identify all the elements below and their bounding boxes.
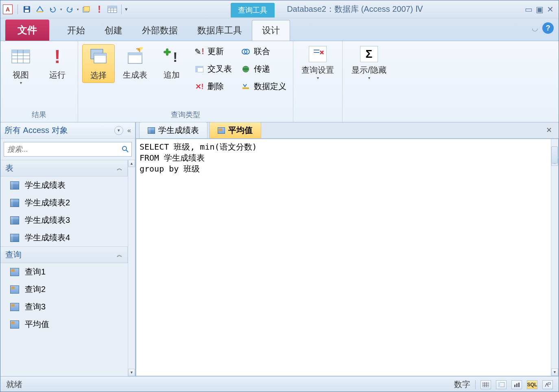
run-icon[interactable]: ! (94, 4, 105, 15)
nav-item-query[interactable]: 查询3 (0, 298, 128, 316)
undo-button[interactable] (47, 4, 59, 15)
search-icon[interactable] (119, 146, 131, 153)
view-label: 视图 (13, 70, 29, 81)
view-chart-button[interactable] (511, 380, 522, 389)
svg-text:!: ! (173, 49, 177, 65)
data-definition-icon (241, 82, 251, 91)
quick-action-2[interactable] (81, 4, 92, 15)
scroll-down-icon[interactable]: ▼ (128, 369, 135, 376)
nav-item-table[interactable]: 学生成绩表4 (0, 229, 128, 246)
delete-query-button[interactable]: ✕!删除 (192, 80, 234, 93)
nav-scrollbar[interactable]: ▲ ▼ (128, 160, 135, 376)
run-button[interactable]: ! 运行 (41, 44, 74, 82)
select-query-label: 选择 (90, 70, 107, 81)
ribbon-group-show-hide: Σ 显示/隐藏 ▾ (343, 41, 395, 122)
nav-group-tables-label: 表 (5, 163, 13, 174)
nav-item-table[interactable]: 学生成绩表 (0, 176, 128, 194)
undo-dropdown[interactable]: ▾ (60, 7, 62, 11)
append-button[interactable]: ! 追加 (155, 44, 188, 82)
nav-filter-dropdown[interactable]: ▾ (114, 126, 123, 135)
restore-button[interactable]: ▣ (536, 4, 544, 14)
doc-tab-table[interactable]: 学生成绩表 (139, 122, 207, 138)
minimize-button[interactable]: ▭ (525, 4, 533, 14)
qat-customize-dropdown[interactable]: ▾ (125, 6, 128, 12)
scroll-up-icon[interactable]: ▲ (128, 160, 135, 167)
nav-header[interactable]: 所有 Access 对象 ▾ « (0, 122, 135, 139)
nav-item-query[interactable]: 查询2 (0, 281, 128, 298)
update-label: 更新 (207, 46, 224, 57)
doc-tab-label: 平均值 (228, 125, 253, 136)
close-button[interactable]: ✕ (547, 4, 554, 14)
nav-item-label: 学生成绩表2 (25, 197, 70, 208)
document-tabs: 学生成绩表 平均值 ✕ (136, 122, 559, 139)
nav-search (4, 142, 132, 157)
crosstab-button[interactable]: 交叉表 (192, 63, 234, 75)
tab-design[interactable]: 设计 (252, 20, 290, 41)
file-tab[interactable]: 文件 (5, 20, 49, 41)
view-datasheet-button[interactable] (480, 380, 491, 389)
union-button[interactable]: 联合 (238, 45, 289, 58)
redo-dropdown[interactable]: ▾ (77, 7, 79, 11)
scroll-down-icon[interactable]: ▼ (551, 368, 558, 376)
make-table-button[interactable]: 生成表 (119, 44, 151, 82)
nav-item-table[interactable]: 学生成绩表2 (0, 194, 128, 211)
delete-icon: ✕! (194, 82, 204, 91)
view-design-button[interactable] (542, 380, 553, 389)
query-icon (10, 268, 19, 276)
nav-scroll: 表︽ 学生成绩表 学生成绩表2 学生成绩表3 学生成绩表4 查询︽ 查询1 查询… (0, 160, 135, 376)
nav-group-queries[interactable]: 查询︽ (0, 246, 128, 263)
update-query-button[interactable]: ✎!更新 (192, 45, 234, 58)
nav-item-label: 学生成绩表4 (25, 232, 70, 243)
nav-group-queries-label: 查询 (5, 249, 22, 260)
chevron-down-icon: ▾ (20, 81, 22, 85)
nav-item-table[interactable]: 学生成绩表3 (0, 211, 128, 229)
svg-rect-31 (242, 87, 249, 89)
crosstab-icon (194, 64, 204, 74)
passthrough-button[interactable]: 传递 (238, 63, 289, 75)
document-area: 学生成绩表 平均值 ✕ SELECT 班级, min(语文分数) FROM 学生… (135, 122, 559, 376)
select-query-button[interactable]: 选择 (82, 44, 115, 83)
nav-group-tables[interactable]: 表︽ (0, 160, 128, 176)
query-icon (10, 303, 19, 311)
help-button[interactable]: ? (542, 22, 554, 34)
sql-editor[interactable]: SELECT 班级, min(语文分数) FROM 学生成绩表 group by… (136, 139, 559, 376)
view-pivot-button[interactable] (496, 380, 507, 389)
quick-action-1[interactable] (34, 4, 46, 15)
svg-rect-3 (37, 11, 43, 12)
table-icon (10, 216, 19, 224)
titlebar: A ▾ ▾ ! ▾ 查询工具 Database2：数据库 (Access 200… (0, 0, 559, 18)
group-label-query-setup (297, 109, 338, 121)
svg-point-32 (122, 146, 127, 150)
nav-collapse-button[interactable]: « (127, 127, 131, 134)
doc-tab-query[interactable]: 平均值 (209, 122, 261, 138)
nav-item-query[interactable]: 平均值 (0, 316, 128, 333)
group-label-results: 结果 (4, 108, 74, 121)
nav-item-label: 学生成绩表 (25, 180, 66, 191)
data-definition-button[interactable]: 数据定义 (238, 80, 289, 93)
svg-rect-11 (108, 6, 117, 8)
nav-item-query[interactable]: 查询1 (0, 263, 128, 281)
svg-line-33 (126, 150, 128, 152)
passthrough-label: 传递 (254, 63, 270, 74)
crosstab-label: 交叉表 (207, 63, 232, 74)
datasheet-icon[interactable] (107, 4, 118, 15)
editor-scrollbar[interactable]: ▲ ▼ (551, 139, 558, 376)
qat-separator-2 (121, 4, 122, 14)
search-input[interactable] (4, 144, 119, 155)
qat-separator (17, 4, 18, 14)
save-button[interactable] (21, 4, 33, 15)
scroll-thumb[interactable] (551, 146, 558, 163)
doc-tab-label: 学生成绩表 (158, 125, 199, 136)
query-setup-button[interactable]: 查询设置 ▾ (297, 44, 338, 82)
tab-close-button[interactable]: ✕ (546, 126, 552, 135)
tab-database-tools[interactable]: 数据库工具 (188, 20, 252, 41)
redo-button[interactable] (64, 4, 75, 15)
tab-create[interactable]: 创建 (95, 20, 132, 41)
view-button[interactable]: 视图 ▾ (4, 44, 37, 87)
ribbon-collapse-icon[interactable]: ◡ (532, 24, 538, 33)
tab-external-data[interactable]: 外部数据 (132, 20, 188, 41)
tab-home[interactable]: 开始 (57, 20, 95, 41)
show-hide-button[interactable]: Σ 显示/隐藏 ▾ (347, 44, 391, 82)
view-sql-button[interactable]: SQL (527, 380, 537, 389)
group-label-show-hide (347, 109, 391, 121)
